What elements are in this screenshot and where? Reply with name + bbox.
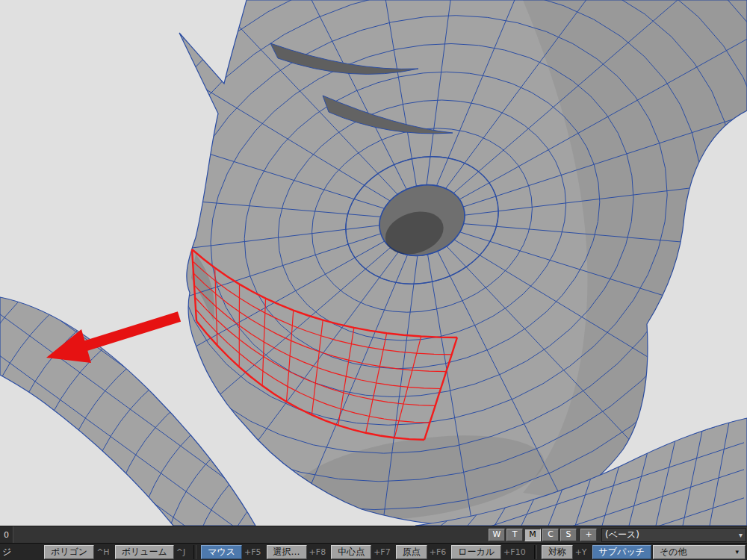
separator [193, 545, 196, 559]
view-button-c[interactable]: C [542, 529, 559, 541]
command-select[interactable]: 選択… [267, 545, 307, 559]
shortcut-label: +F8 [309, 547, 326, 557]
shortcut-label: ^H [96, 547, 110, 557]
view-toggle-group: WTMCS [488, 529, 577, 541]
command-bar-left-label: ジ [0, 546, 43, 559]
view-button-w[interactable]: W [489, 529, 505, 541]
view-button-t[interactable]: T [506, 529, 523, 541]
command-label: 中心点 [338, 546, 365, 559]
3d-viewport[interactable] [0, 0, 747, 526]
command-subpatch[interactable]: サブパッチ [592, 545, 651, 559]
command-center-point[interactable]: 中心点 [331, 545, 371, 559]
command-label: ボリューム [122, 546, 167, 559]
command-bar: ジ ポリゴン^Hボリューム^Jマウス+F5選択…+F8中心点+F7原点+F6ロー… [0, 543, 747, 560]
view-button-s[interactable]: S [560, 529, 577, 541]
command-polygon[interactable]: ポリゴン [44, 545, 94, 559]
shortcut-label: +F6 [430, 547, 447, 557]
command-label: 選択… [273, 546, 300, 559]
command-label: ローカル [458, 546, 495, 559]
command-volume[interactable]: ボリューム [115, 545, 174, 559]
shortcut-label: ^J [176, 547, 185, 557]
chevron-down-icon: ▾ [739, 531, 743, 539]
command-label: サブパッチ [599, 546, 645, 559]
object-dropdown-value: (ベース) [605, 529, 639, 541]
command-label: 対称 [548, 546, 566, 559]
object-dropdown[interactable]: (ベース) ▾ [601, 528, 746, 542]
command-label: その他 [660, 546, 687, 559]
command-symmetry[interactable]: 対称 [542, 545, 573, 559]
command-items: ポリゴン^Hボリューム^Jマウス+F5選択…+F8中心点+F7原点+F6ローカル… [43, 544, 747, 560]
command-origin[interactable]: 原点 [396, 545, 427, 559]
command-label: 原点 [403, 546, 421, 559]
shortcut-label: +F5 [244, 547, 261, 557]
shortcut-label: +F10 [503, 547, 526, 557]
command-others[interactable]: その他▾ [653, 545, 746, 559]
frame-counter: 0 [0, 526, 13, 543]
status-bar: 0 WTMCS + (ベース) ▾ [0, 526, 747, 543]
add-object-button[interactable]: + [580, 529, 597, 541]
command-mouse[interactable]: マウス [201, 545, 242, 559]
shortcut-label: +F7 [374, 547, 391, 557]
chevron-down-icon: ▾ [735, 548, 739, 556]
command-label: ポリゴン [51, 546, 87, 559]
separator [534, 545, 537, 559]
view-button-m[interactable]: M [524, 529, 541, 541]
shortcut-label: +Y [575, 547, 587, 557]
command-local[interactable]: ローカル [451, 545, 501, 559]
command-label: マウス [208, 546, 235, 559]
